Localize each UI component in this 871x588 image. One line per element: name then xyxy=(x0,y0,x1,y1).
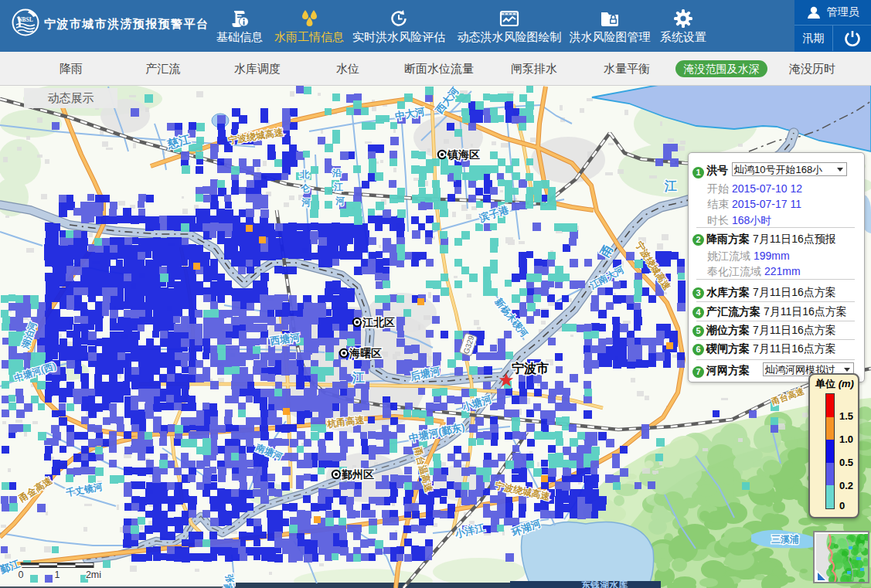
svg-text:NBSL: NBSL xyxy=(18,16,33,23)
svg-text:三溪浦: 三溪浦 xyxy=(771,534,799,545)
svg-text:江: 江 xyxy=(664,179,677,192)
svg-text:0: 0 xyxy=(19,569,24,580)
svg-text:2mi: 2mi xyxy=(86,569,101,580)
svg-text:河: 河 xyxy=(335,195,345,206)
svg-text:江北区: 江北区 xyxy=(362,316,395,328)
svg-text:鄞州区: 鄞州区 xyxy=(342,468,374,481)
svg-text:北: 北 xyxy=(299,169,310,180)
svg-text:江: 江 xyxy=(352,371,365,384)
svg-text:1: 1 xyxy=(55,569,60,580)
svg-text:家: 家 xyxy=(222,583,234,588)
svg-text:东钱湖水库: 东钱湖水库 xyxy=(580,580,628,588)
svg-text:河: 河 xyxy=(301,197,311,208)
svg-text:宁波市: 宁波市 xyxy=(512,361,549,375)
svg-text:镇海区: 镇海区 xyxy=(447,148,480,161)
svg-text:沿: 沿 xyxy=(332,168,342,178)
svg-text:仑: 仑 xyxy=(300,183,311,194)
svg-text:海曙区: 海曙区 xyxy=(349,347,382,359)
svg-text:江: 江 xyxy=(333,182,343,192)
